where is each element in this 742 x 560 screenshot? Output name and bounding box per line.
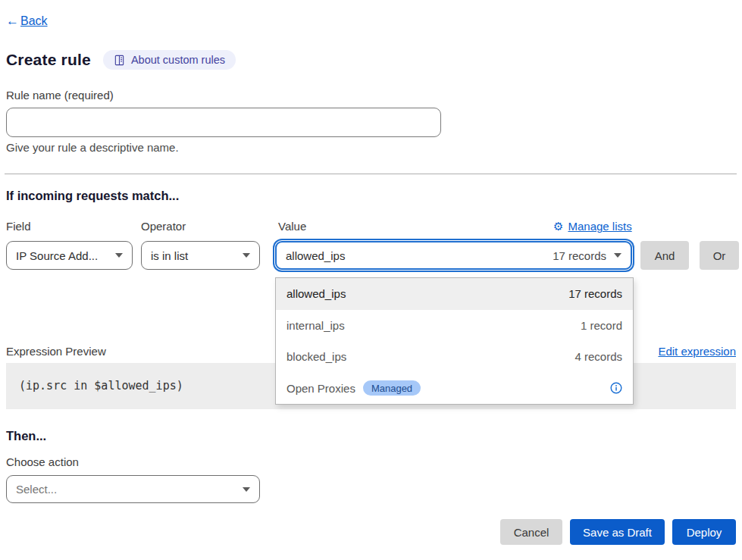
list-item-records: 4 records	[575, 350, 622, 363]
about-badge-label: About custom rules	[131, 54, 225, 66]
match-section-heading: If incoming requests match...	[6, 189, 179, 203]
back-label: Back	[20, 14, 48, 28]
action-select-placeholder: Select...	[16, 483, 57, 496]
rule-name-helper: Give your rule a descriptive name.	[6, 141, 179, 154]
value-select-value: allowed_ips	[286, 249, 345, 262]
page-title: Create rule	[6, 51, 91, 69]
chevron-down-icon	[115, 253, 123, 258]
operator-label: Operator	[141, 220, 186, 233]
create-rule-page: ←Back Create rule About custom rules Rul…	[0, 0, 742, 560]
chevron-down-icon	[243, 253, 250, 258]
section-divider	[5, 174, 737, 174]
chevron-down-icon	[243, 487, 250, 492]
operator-select-value: is in list	[151, 249, 188, 262]
edit-expression-link[interactable]: Edit expression	[658, 345, 736, 358]
book-icon	[114, 55, 125, 66]
choose-action-label: Choose action	[6, 455, 79, 468]
value-select-records: 17 records	[553, 249, 606, 262]
list-dropdown-menu: allowed_ips 17 records internal_ips 1 re…	[275, 277, 634, 405]
rule-name-input[interactable]	[6, 108, 441, 137]
deploy-button[interactable]: Deploy	[672, 519, 736, 545]
or-button[interactable]: Or	[700, 241, 739, 270]
operator-select[interactable]: is in list	[141, 241, 260, 270]
info-icon[interactable]	[610, 382, 622, 394]
about-custom-rules-link[interactable]: About custom rules	[103, 50, 236, 70]
cancel-button[interactable]: Cancel	[500, 519, 562, 545]
list-item-records: 1 record	[581, 319, 622, 332]
back-link[interactable]: ←Back	[6, 14, 48, 29]
title-row: Create rule About custom rules	[6, 50, 236, 70]
list-item-internal-ips[interactable]: internal_ips 1 record	[276, 310, 633, 342]
field-select[interactable]: IP Source Add...	[6, 241, 133, 270]
list-item-name: blocked_ips	[286, 350, 346, 363]
list-item-open-proxies[interactable]: Open Proxies Managed	[276, 373, 633, 405]
then-section-heading: Then...	[6, 429, 46, 443]
list-item-name: internal_ips	[286, 319, 345, 332]
action-select[interactable]: Select...	[6, 475, 260, 503]
list-item-name: Open Proxies	[286, 382, 355, 395]
and-button[interactable]: And	[640, 241, 689, 270]
save-as-draft-button[interactable]: Save as Draft	[570, 519, 665, 545]
expression-code: (ip.src in $allowed_ips)	[19, 379, 183, 393]
field-select-value: IP Source Add...	[16, 249, 98, 262]
field-label: Field	[6, 220, 31, 233]
arrow-left-icon: ←	[6, 14, 19, 29]
manage-lists-label: Manage lists	[568, 220, 631, 233]
expression-preview-label: Expression Preview	[6, 345, 106, 358]
list-item-name: allowed_ips	[286, 287, 346, 300]
list-item-records: 17 records	[568, 287, 622, 300]
list-item-blocked-ips[interactable]: blocked_ips 4 records	[276, 341, 633, 373]
chevron-down-icon	[614, 253, 621, 258]
list-item-allowed-ips[interactable]: allowed_ips 17 records	[276, 278, 633, 310]
managed-badge: Managed	[363, 380, 421, 396]
rule-name-label: Rule name (required)	[6, 89, 114, 102]
value-select[interactable]: allowed_ips 17 records	[275, 241, 632, 270]
gear-icon: ⚙	[553, 221, 563, 232]
manage-lists-link[interactable]: ⚙ Manage lists	[553, 220, 632, 233]
value-label: Value	[278, 220, 306, 233]
